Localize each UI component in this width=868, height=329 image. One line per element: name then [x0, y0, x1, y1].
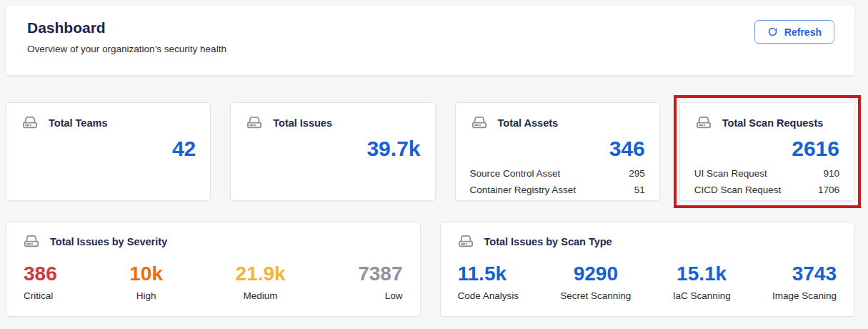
stat-value: 21.9k: [236, 263, 286, 284]
breakdown-row: CICD Scan Request 1706: [694, 182, 839, 198]
breakdown-label: UI Scan Request: [694, 165, 767, 182]
card-breakdown: Source Control Asset 295 Container Regis…: [470, 165, 645, 198]
refresh-button[interactable]: Refresh: [754, 20, 834, 44]
card-value: 346: [470, 137, 645, 160]
breakdown-value: 910: [823, 165, 839, 182]
stat-value: 7387: [358, 263, 402, 284]
breakdown-row: Container Registry Asset 51: [470, 182, 645, 198]
stat-value: 9290: [560, 263, 631, 284]
page-subtitle: Overview of your organization’s security…: [27, 44, 833, 54]
card-total-teams: Total Teams 42: [6, 102, 211, 201]
stat-label: IaC Scanning: [673, 290, 731, 301]
stat-low: 7387 Low: [358, 263, 402, 301]
stat-iac-scanning: 15.1k IaC Scanning: [673, 263, 731, 301]
breakdown-label: Source Control Asset: [470, 165, 561, 182]
card-value: 39.7k: [245, 137, 420, 160]
breakdown-value: 1706: [818, 182, 839, 198]
card-total-assets: Total Assets 346 Source Control Asset 29…: [455, 102, 660, 201]
severity-stats: 386 Critical 10k High 21.9k Medium 7387 …: [22, 263, 404, 301]
card-title: Total Issues by Severity: [50, 236, 167, 247]
stat-code-analysis: 11.5k Code Analysis: [458, 263, 519, 301]
stat-value: 11.5k: [458, 263, 519, 284]
breakdown-row: UI Scan Request 910: [694, 165, 839, 182]
stat-label: Critical: [24, 290, 57, 301]
scan-type-stats: 11.5k Code Analysis 9290 Secret Scanning…: [457, 263, 839, 301]
breakdown-value: 51: [634, 182, 645, 198]
card-title: Total Issues by Scan Type: [484, 236, 612, 247]
stat-label: Image Scaning: [772, 290, 837, 301]
hdd-drive-icon: [22, 232, 41, 251]
hdd-drive-icon: [470, 114, 489, 132]
card-total-scan-requests-wrapper: Total Scan Requests 2616 UI Scan Request…: [679, 102, 854, 201]
card-title: Total Scan Requests: [722, 117, 824, 129]
card-title: Total Assets: [498, 117, 559, 129]
card-title: Total Issues: [273, 117, 332, 129]
card-value: 2616: [694, 137, 839, 160]
card-breakdown: UI Scan Request 910 CICD Scan Request 17…: [694, 165, 839, 198]
refresh-button-label: Refresh: [784, 26, 822, 38]
hdd-drive-icon: [21, 114, 39, 132]
card-issues-by-scan-type: Total Issues by Scan Type 11.5k Code Ana…: [440, 222, 855, 317]
hdd-drive-icon: [694, 114, 713, 132]
card-title: Total Teams: [49, 117, 107, 129]
card-value: 42: [21, 137, 196, 160]
card-total-issues: Total Issues 39.7k: [230, 102, 435, 201]
breakdown-label: Container Registry Asset: [470, 182, 577, 198]
stat-label: High: [129, 290, 163, 301]
page-header: Dashboard Overview of your organization’…: [6, 6, 854, 75]
stat-value: 386: [24, 263, 57, 284]
stat-image-scanning: 3743 Image Scaning: [772, 263, 837, 301]
stat-label: Medium: [236, 290, 286, 301]
breakdown-value: 295: [629, 165, 645, 182]
card-total-scan-requests: Total Scan Requests 2616 UI Scan Request…: [679, 102, 854, 201]
breakdown-label: CICD Scan Request: [694, 182, 782, 198]
stat-secret-scanning: 9290 Secret Scanning: [560, 263, 631, 301]
stat-value: 3743: [772, 263, 837, 284]
hdd-drive-icon: [245, 114, 264, 132]
hdd-drive-icon: [457, 232, 475, 251]
page-title: Dashboard: [27, 19, 833, 36]
stat-label: Low: [358, 290, 402, 301]
stat-value: 10k: [129, 263, 163, 284]
card-issues-by-severity: Total Issues by Severity 386 Critical 10…: [6, 222, 421, 317]
summary-cards-row: Total Teams 42 Total Issues 39.7k: [6, 102, 854, 201]
stat-critical: 386 Critical: [24, 263, 57, 301]
breakdown-row: Source Control Asset 295: [470, 165, 645, 182]
stat-label: Code Analysis: [458, 290, 519, 301]
stat-medium: 21.9k Medium: [236, 263, 286, 301]
refresh-icon: [767, 26, 778, 37]
stat-value: 15.1k: [673, 263, 731, 284]
stat-high: 10k High: [129, 263, 163, 301]
detail-cards-row: Total Issues by Severity 386 Critical 10…: [6, 222, 854, 317]
stat-label: Secret Scanning: [560, 290, 631, 301]
